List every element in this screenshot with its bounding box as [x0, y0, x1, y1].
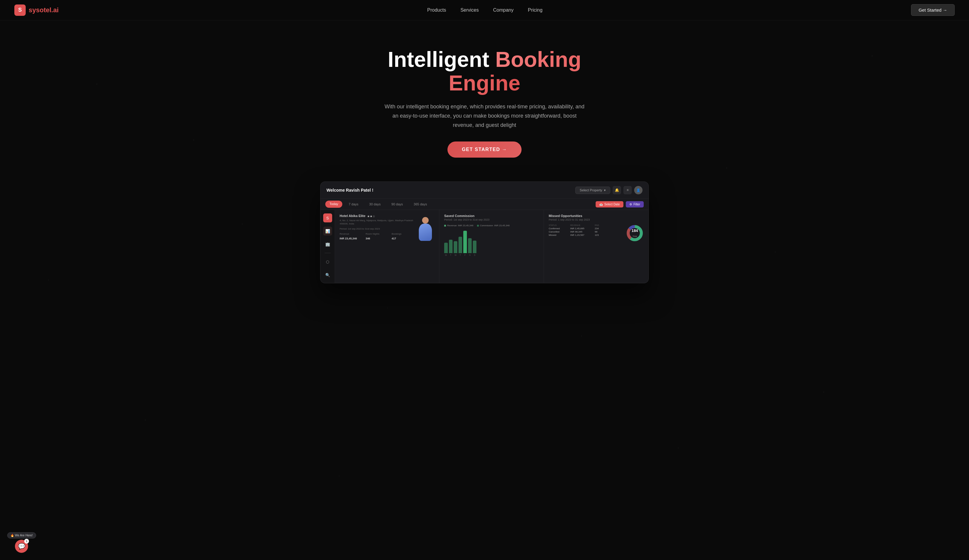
nav-link-services[interactable]: Services — [460, 7, 478, 13]
chat-bubble: 🔥 We Are Here! 💬 1 — [7, 532, 36, 553]
room-nights-label: Room Nights — [366, 233, 390, 235]
table-row-cancelled: Cancelled INR 98,345 98 — [549, 231, 623, 233]
commission-period: Period: 1st sep 2023 to 31st sep 2023 — [444, 218, 539, 221]
notification-icon[interactable]: 🔔 — [613, 186, 621, 194]
chart-bar — [444, 243, 448, 253]
nav-link-company[interactable]: Company — [493, 7, 513, 13]
donut-chart: 184 Total — [626, 224, 644, 242]
filter-button[interactable]: ⚙ Filter — [626, 201, 644, 208]
hotel-stars: ★★☆ — [367, 214, 375, 218]
donut-total-number: 184 — [631, 228, 638, 233]
bookings-value: 417 — [391, 237, 396, 240]
chart-bar — [449, 240, 453, 253]
bookings-label: Bookings — [391, 233, 416, 235]
chart-bars — [444, 229, 539, 253]
dashboard-section: Welcome Ravish Patel ! Select Property ▾… — [0, 181, 969, 301]
chevron-down-icon: ▾ — [604, 188, 606, 192]
nav-link-pricing[interactable]: Pricing — [528, 7, 543, 13]
legend-revenue: Revenue INR 23,45,346 — [444, 224, 473, 227]
sidebar-building-icon[interactable]: 🏢 — [323, 240, 332, 249]
nav-link-products[interactable]: Products — [427, 7, 446, 13]
dashboard-content: S 📊 🏢 ⬡ 🔍 Hotel Abika Elite ★★☆ — [321, 210, 648, 283]
chart-bar — [468, 238, 472, 253]
table-header: STATUS REVENUE RNS — [549, 224, 623, 226]
avatar-3d — [416, 214, 434, 241]
chat-badge: 1 — [24, 539, 29, 543]
tab-today[interactable]: Today — [325, 201, 342, 208]
chart-bar — [458, 237, 462, 253]
tab-30days[interactable]: 30 days — [365, 201, 385, 208]
chart-labels: MTWTFSS — [444, 254, 539, 256]
missed-ops-content: STATUS REVENUE RNS Confirmed INR 2,45,89… — [549, 224, 644, 242]
avatar[interactable]: 👤 — [634, 186, 643, 194]
chat-button[interactable]: 💬 1 — [15, 540, 28, 553]
hero-subtitle: With our intelligent booking engine, whi… — [383, 102, 586, 130]
legend-revenue-value: INR 23,45,346 — [458, 224, 473, 227]
dashboard-header: Welcome Ravish Patel ! Select Property ▾… — [321, 182, 648, 199]
chart-day-label: S — [473, 254, 476, 256]
legend-revenue-label: Revenue — [447, 224, 457, 227]
revenue-missed: INR 1,23,567 — [570, 234, 594, 236]
settings-icon[interactable]: ☀ — [623, 186, 632, 194]
calendar-icon: 📅 — [599, 203, 603, 206]
donut-total-label: Total — [633, 235, 637, 237]
legend-commission: Commission INR 23,45,346 — [477, 224, 510, 227]
logo[interactable]: S sysotel.ai — [14, 5, 58, 16]
chart-day-label: T — [458, 254, 462, 256]
nav-links: Products Services Company Pricing — [427, 7, 543, 13]
sidebar-search-icon[interactable]: 🔍 — [323, 271, 332, 279]
sidebar-layers-icon[interactable]: ⬡ — [323, 257, 332, 266]
hotel-stat-revenue: Revenue INR 23,45,346 — [340, 233, 365, 241]
select-property-dropdown[interactable]: Select Property ▾ — [575, 186, 610, 194]
room-nights-value: 346 — [366, 237, 370, 240]
chart-bar — [454, 241, 457, 253]
sidebar-logo-icon[interactable]: S — [323, 213, 332, 223]
select-date-button[interactable]: 📅 Select Date — [596, 201, 623, 208]
hotel-stat-bookings: Bookings 417 — [391, 233, 416, 241]
rns-confirmed: 234 — [595, 227, 604, 230]
welcome-message: Welcome Ravish Patel ! — [326, 188, 373, 193]
chart-day-label: F — [463, 254, 467, 256]
legend-commission-label: Commission — [480, 224, 493, 227]
rns-cancelled: 98 — [595, 231, 604, 233]
dashboard-cards: Hotel Abika Elite ★★☆ 4, No. 2, Nazar Al… — [335, 210, 648, 283]
revenue-value: INR 23,45,346 — [340, 237, 357, 240]
chart-bar — [473, 241, 476, 253]
chat-icon: 💬 — [18, 543, 25, 550]
status-confirmed: Confirmed — [549, 227, 569, 230]
navbar: S sysotel.ai Products Services Company P… — [0, 0, 969, 20]
revenue-label: Revenue — [340, 233, 365, 235]
hero-cta-button[interactable]: GET STARTED → — [448, 141, 521, 158]
legend-commission-value: INR 23,45,346 — [494, 224, 510, 227]
nav-get-started-button[interactable]: Get Started → — [911, 4, 955, 16]
dashboard-sidebar: S 📊 🏢 ⬡ 🔍 — [321, 210, 335, 283]
chart-day-label: W — [454, 254, 457, 256]
tab-7days[interactable]: 7 days — [344, 201, 363, 208]
missed-title: Missed Opportunities — [549, 214, 644, 218]
status-missed: Missed — [549, 234, 569, 236]
missed-period: Period: 1 sep 2023 to 31 sep 2023 — [549, 218, 644, 221]
hotel-name: Hotel Abika Elite — [340, 214, 365, 218]
tab-90days[interactable]: 90 days — [387, 201, 408, 208]
hero-title: Intelligent Booking Engine — [350, 48, 619, 95]
col-status: STATUS — [549, 224, 569, 226]
logo-icon: S — [14, 5, 26, 16]
revenue-confirmed: INR 2,45,895 — [570, 227, 594, 230]
chart-day-label: M — [444, 254, 448, 256]
dashboard-tabs: Today 7 days 30 days 90 days 365 days — [325, 201, 432, 208]
hero-section: Intelligent Booking Engine With our inte… — [0, 0, 969, 181]
logo-text: sysotel.ai — [29, 6, 58, 14]
chart-bar — [463, 231, 467, 253]
col-revenue: REVENUE — [570, 224, 594, 226]
hotel-address: 4, No. 2, Nazar Ali Marg, Nijatpura, Mal… — [340, 219, 416, 225]
col-rns: RNS — [595, 224, 604, 226]
chart-day-label: T — [449, 254, 453, 256]
table-row-missed: Missed INR 1,23,567 123 — [549, 234, 623, 236]
commission-card: Saved Commission Period: 1st sep 2023 to… — [440, 210, 544, 283]
sidebar-chart-icon[interactable]: 📊 — [323, 226, 332, 236]
tab-365days[interactable]: 365 days — [409, 201, 432, 208]
we-are-here-label: 🔥 We Are Here! — [7, 532, 36, 538]
table-row-confirmed: Confirmed INR 2,45,895 234 — [549, 227, 623, 230]
status-cancelled: Cancelled — [549, 231, 569, 233]
missed-card: Missed Opportunities Period: 1 sep 2023 … — [544, 210, 648, 283]
